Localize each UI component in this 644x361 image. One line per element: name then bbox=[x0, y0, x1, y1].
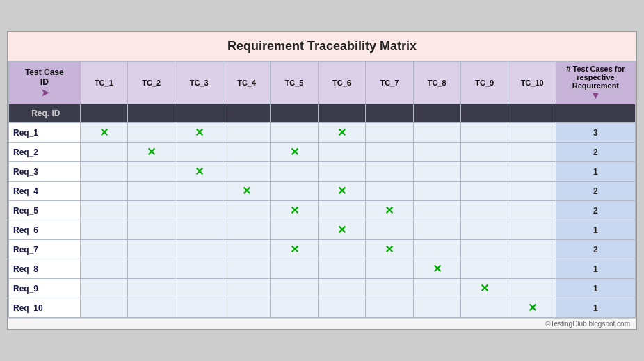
cell-r0-c7 bbox=[413, 123, 460, 143]
cross-mark-icon: ✕ bbox=[528, 302, 537, 314]
cell-r4-c6: ✕ bbox=[366, 201, 413, 220]
table-row: Req_4✕✕2 bbox=[9, 182, 636, 201]
arrow-down-icon: ▼ bbox=[591, 90, 601, 101]
cell-r6-c9 bbox=[508, 240, 556, 259]
cell-r9-c2 bbox=[175, 298, 223, 318]
table-row: Req_6✕1 bbox=[9, 220, 636, 240]
cross-mark-icon: ✕ bbox=[290, 243, 299, 255]
cell-r3-c5: ✕ bbox=[318, 182, 365, 201]
cell-r5-c2 bbox=[175, 220, 223, 240]
req-header-tc3 bbox=[175, 104, 223, 123]
col-tc10: TC_10 bbox=[508, 62, 556, 104]
cell-r1-c8 bbox=[461, 143, 508, 162]
table-row: Req_9✕1 bbox=[9, 279, 636, 298]
table-row: Req_3✕1 bbox=[9, 162, 636, 182]
cell-r5-c5: ✕ bbox=[318, 220, 365, 240]
cell-r5-c0 bbox=[80, 220, 127, 240]
cross-mark-icon: ✕ bbox=[242, 185, 251, 197]
req-header-tc2 bbox=[128, 104, 175, 123]
cell-r2-c0 bbox=[80, 162, 127, 182]
cell-r2-c9 bbox=[508, 162, 556, 182]
req-header-tc10 bbox=[508, 104, 556, 123]
cell-r0-c3 bbox=[223, 123, 270, 143]
cell-r7-c2 bbox=[175, 259, 223, 279]
cell-r0-c6 bbox=[366, 123, 413, 143]
arrow-right-icon: ➤ bbox=[41, 87, 49, 98]
cell-r3-c8 bbox=[461, 182, 508, 201]
cross-mark-icon: ✕ bbox=[480, 282, 489, 294]
cell-r7-c6 bbox=[366, 259, 413, 279]
cell-r6-c3 bbox=[223, 240, 270, 259]
req-label: Req_7 bbox=[9, 240, 81, 259]
cell-r4-c3 bbox=[223, 201, 270, 220]
req-header-tc8 bbox=[413, 104, 460, 123]
count-cell: 1 bbox=[556, 298, 635, 318]
cell-r9-c5 bbox=[318, 298, 365, 318]
cell-r4-c1 bbox=[128, 201, 175, 220]
cell-r8-c4 bbox=[271, 279, 318, 298]
col-tc3: TC_3 bbox=[175, 62, 223, 104]
cell-r3-c9 bbox=[508, 182, 556, 201]
cell-r0-c5: ✕ bbox=[318, 123, 365, 143]
cell-r7-c3 bbox=[223, 259, 270, 279]
cell-r6-c4: ✕ bbox=[271, 240, 318, 259]
cross-mark-icon: ✕ bbox=[433, 263, 442, 275]
req-id-label: Req. ID bbox=[9, 104, 81, 123]
page-title: Requirement Traceability Matrix bbox=[8, 32, 636, 61]
cell-r2-c4 bbox=[271, 162, 318, 182]
cell-r8-c2 bbox=[175, 279, 223, 298]
count-cell: 2 bbox=[556, 240, 635, 259]
cell-r9-c0 bbox=[80, 298, 127, 318]
req-label: Req_4 bbox=[9, 182, 81, 201]
cell-r2-c7 bbox=[413, 162, 460, 182]
cross-mark-icon: ✕ bbox=[195, 127, 204, 138]
cell-r0-c2: ✕ bbox=[175, 123, 223, 143]
count-cell: 1 bbox=[556, 279, 635, 298]
cross-mark-icon: ✕ bbox=[385, 243, 394, 255]
cell-r2-c5 bbox=[318, 162, 365, 182]
cell-r6-c5 bbox=[318, 240, 365, 259]
cell-r5-c8 bbox=[461, 220, 508, 240]
cell-r6-c0 bbox=[80, 240, 127, 259]
cell-r2-c1 bbox=[128, 162, 175, 182]
cell-r0-c0: ✕ bbox=[80, 123, 127, 143]
cell-r1-c2 bbox=[175, 143, 223, 162]
cell-r8-c3 bbox=[223, 279, 270, 298]
cell-r4-c4: ✕ bbox=[271, 201, 318, 220]
cell-r5-c1 bbox=[128, 220, 175, 240]
cell-r3-c2 bbox=[175, 182, 223, 201]
cell-r3-c6 bbox=[366, 182, 413, 201]
col-tc7: TC_7 bbox=[366, 62, 413, 104]
cell-r1-c1: ✕ bbox=[128, 143, 175, 162]
count-cell: 3 bbox=[556, 123, 635, 143]
cell-r1-c4: ✕ bbox=[271, 143, 318, 162]
cell-r3-c0 bbox=[80, 182, 127, 201]
cell-r9-c8 bbox=[461, 298, 508, 318]
cell-r4-c5 bbox=[318, 201, 365, 220]
cell-r1-c3 bbox=[223, 143, 270, 162]
table-row: Req_1✕✕✕3 bbox=[9, 123, 636, 143]
main-container: Requirement Traceability Matrix Test Cas… bbox=[7, 31, 637, 330]
cross-mark-icon: ✕ bbox=[337, 127, 346, 138]
count-cell: 2 bbox=[556, 182, 635, 201]
cell-r9-c7 bbox=[413, 298, 460, 318]
cell-r0-c9 bbox=[508, 123, 556, 143]
cell-r8-c8: ✕ bbox=[461, 279, 508, 298]
cell-r5-c9 bbox=[508, 220, 556, 240]
req-header-tc5 bbox=[271, 104, 318, 123]
cell-r2-c8 bbox=[461, 162, 508, 182]
cell-r5-c7 bbox=[413, 220, 460, 240]
count-cell: 2 bbox=[556, 201, 635, 220]
req-label: Req_3 bbox=[9, 162, 81, 182]
cross-mark-icon: ✕ bbox=[99, 127, 108, 138]
req-label: Req_10 bbox=[9, 298, 81, 318]
cell-r9-c3 bbox=[223, 298, 270, 318]
cell-r7-c5 bbox=[318, 259, 365, 279]
traceability-matrix: Test Case ID ➤ TC_1 TC_2 TC_3 TC_4 TC_5 … bbox=[8, 61, 636, 318]
cell-r0-c8 bbox=[461, 123, 508, 143]
cell-r1-c7 bbox=[413, 143, 460, 162]
cell-r6-c8 bbox=[461, 240, 508, 259]
cell-r3-c4 bbox=[271, 182, 318, 201]
cell-r9-c9: ✕ bbox=[508, 298, 556, 318]
col-tc6: TC_6 bbox=[318, 62, 365, 104]
